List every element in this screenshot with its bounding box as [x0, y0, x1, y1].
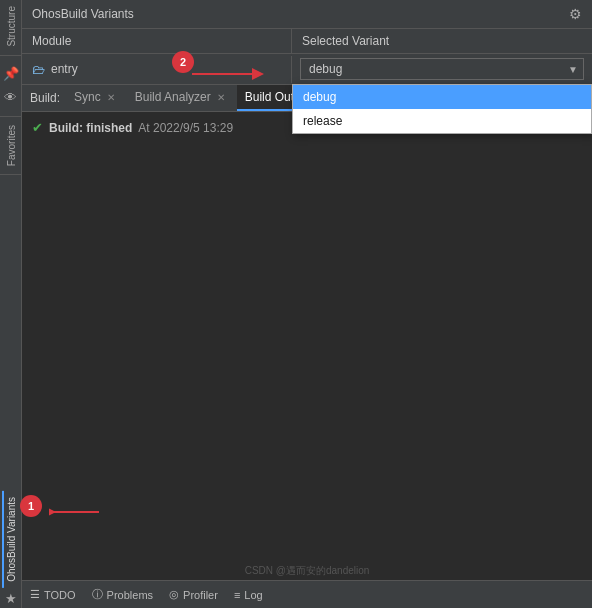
sidebar-tab-favorites[interactable]: Favorites: [2, 119, 19, 172]
sidebar-tab-structure[interactable]: Structure: [2, 0, 19, 53]
sidebar-separator-2: [0, 116, 21, 117]
tab-sync[interactable]: Sync ✕: [66, 85, 125, 111]
todo-label: TODO: [44, 589, 76, 601]
variants-panel: OhosBuild Variants ⚙ Module Selected Var…: [22, 0, 592, 85]
variants-title: OhosBuild Variants: [32, 7, 134, 21]
left-sidebar: Structure 📌 👁 Favorites OhosBuild Varian…: [0, 0, 22, 608]
variant-cell: debug ▼ debug release 2: [292, 54, 592, 84]
dropdown-item-release[interactable]: release: [293, 109, 591, 133]
pin-icon[interactable]: 📌: [1, 64, 21, 84]
variants-table-header: Module Selected Variant: [22, 29, 592, 54]
problems-label: Problems: [107, 589, 153, 601]
gear-icon[interactable]: ⚙: [569, 6, 582, 22]
right-panel: OhosBuild Variants ⚙ Module Selected Var…: [22, 0, 592, 608]
problems-icon: ⓘ: [92, 587, 103, 602]
success-icon: ✔: [32, 120, 43, 135]
variant-select-wrapper: debug ▼: [300, 58, 584, 80]
tab-sync-close[interactable]: ✕: [105, 92, 117, 103]
col-variant-header: Selected Variant: [292, 29, 592, 53]
toolbar-problems[interactable]: ⓘ Problems: [92, 587, 153, 602]
tab-build-analyzer[interactable]: Build Analyzer ✕: [127, 85, 235, 111]
sidebar-panel-icons: 📌 👁: [1, 58, 21, 114]
profiler-label: Profiler: [183, 589, 218, 601]
eye-icon[interactable]: 👁: [1, 88, 21, 108]
build-label: Build:: [30, 91, 60, 105]
tab-sync-label: Sync: [74, 90, 101, 104]
module-cell: 🗁 entry: [22, 56, 292, 83]
log-icon: ≡: [234, 589, 240, 601]
bottom-toolbar: ☰ TODO ⓘ Problems ◎ Profiler ≡ Log: [22, 580, 592, 608]
profiler-icon: ◎: [169, 588, 179, 601]
build-bold-text: Build: finished: [49, 121, 132, 135]
sidebar-separator: [0, 55, 21, 56]
col-module-header: Module: [22, 29, 292, 53]
variant-select-display[interactable]: debug: [300, 58, 584, 80]
module-name: entry: [51, 62, 78, 76]
dropdown-item-debug[interactable]: debug: [293, 85, 591, 109]
build-timestamp: At 2022/9/5 13:29: [138, 121, 233, 135]
log-label: Log: [244, 589, 262, 601]
build-content: ✔ Build: finished At 2022/9/5 13:29 42: [22, 112, 592, 580]
build-section: Build: Sync ✕ Build Analyzer ✕ Build Out…: [22, 85, 592, 608]
toolbar-todo[interactable]: ☰ TODO: [30, 588, 76, 601]
main-container: Structure 📌 👁 Favorites OhosBuild Varian…: [0, 0, 592, 608]
todo-icon: ☰: [30, 588, 40, 601]
variants-header: OhosBuild Variants ⚙: [22, 0, 592, 29]
toolbar-log[interactable]: ≡ Log: [234, 589, 263, 601]
variant-dropdown-popup: debug release: [292, 84, 592, 134]
annotation-1-circle: 1: [20, 495, 42, 517]
folder-icon: 🗁: [32, 62, 45, 77]
star-icon[interactable]: ★: [1, 588, 21, 608]
tab-build-analyzer-label: Build Analyzer: [135, 90, 211, 104]
variants-table-row: 🗁 entry debug ▼ debug release 2: [22, 54, 592, 84]
sidebar-separator-3: [0, 174, 21, 175]
tab-build-analyzer-close[interactable]: ✕: [215, 92, 227, 103]
toolbar-profiler[interactable]: ◎ Profiler: [169, 588, 218, 601]
sidebar-tab-ohosbuild[interactable]: OhosBuild Variants: [2, 491, 19, 588]
annotation-1-arrow: [49, 502, 109, 522]
